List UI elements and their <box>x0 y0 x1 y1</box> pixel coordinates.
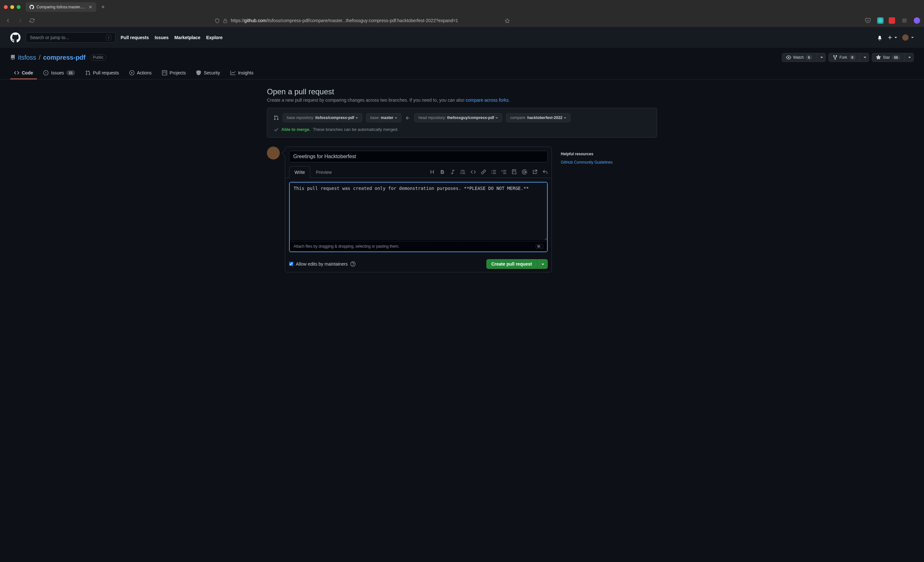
app-menu-icon[interactable] <box>900 16 909 25</box>
heading-icon[interactable] <box>430 169 435 174</box>
compare-branch-label: compare: <box>510 115 527 120</box>
user-menu[interactable] <box>902 34 914 41</box>
github-logo[interactable] <box>10 32 21 43</box>
tab-code-label: Code <box>22 70 33 75</box>
repo-icon <box>10 55 15 60</box>
create-pr-dropdown[interactable] <box>537 259 548 269</box>
tab-code[interactable]: Code <box>10 67 37 79</box>
watch-label: Watch <box>793 55 804 60</box>
user-avatar[interactable] <box>267 147 280 159</box>
head-repo-select[interactable]: head repository: thefossguy/compress-pdf <box>414 113 502 122</box>
tab-security[interactable]: Security <box>192 67 224 79</box>
browser-tab[interactable]: Comparing itsfoss:master...thef... ✕ <box>26 2 96 12</box>
tab-projects-label: Projects <box>170 70 186 75</box>
issues-count-badge: 21 <box>66 70 75 75</box>
create-new-dropdown[interactable] <box>887 35 897 40</box>
base-repo-select[interactable]: base repository: itsfoss/compress-pdf <box>283 113 362 122</box>
url-protocol: https:// <box>231 18 244 23</box>
star-button[interactable]: Star66 <box>872 53 904 62</box>
new-tab-button[interactable]: + <box>99 3 108 12</box>
tab-actions-label: Actions <box>137 70 152 75</box>
repo-owner-link[interactable]: itsfoss <box>18 54 36 61</box>
attach-hint[interactable]: Attach files by dragging & dropping, sel… <box>294 244 399 249</box>
url-path: /itsfoss/compress-pdf/compare/master...t… <box>266 18 458 23</box>
fork-button[interactable]: Fork9 <box>828 53 860 62</box>
bookmark-star-icon[interactable] <box>505 18 510 23</box>
repo-name-link[interactable]: compress-pdf <box>43 54 86 61</box>
help-icon[interactable] <box>350 261 356 267</box>
allow-edits-label[interactable]: Allow edits by maintainers <box>296 261 348 267</box>
comment-area: Attach files by dragging & dropping, sel… <box>289 182 548 252</box>
nav-pull-requests[interactable]: Pull requests <box>121 35 149 40</box>
task-list-icon[interactable] <box>512 169 517 174</box>
github-favicon <box>30 5 34 9</box>
search-placeholder: Search or jump to... <box>30 35 69 40</box>
shield-icon[interactable] <box>214 18 220 23</box>
tab-pulls-label: Pull requests <box>93 70 119 75</box>
nav-marketplace[interactable]: Marketplace <box>174 35 201 40</box>
tab-pull-requests[interactable]: Pull requests <box>81 67 123 79</box>
profile-icon[interactable] <box>914 17 920 24</box>
minimize-window[interactable] <box>10 5 14 9</box>
pr-form: Write Preview <box>285 147 552 272</box>
nav-explore[interactable]: Explore <box>206 35 222 40</box>
tab-insights[interactable]: Insights <box>226 67 257 79</box>
merge-status-strong: Able to merge. <box>281 127 310 132</box>
preview-tab[interactable]: Preview <box>310 166 337 178</box>
close-window[interactable] <box>4 5 8 9</box>
maximize-window[interactable] <box>16 5 21 9</box>
quote-icon[interactable] <box>460 169 465 174</box>
reference-icon[interactable] <box>532 169 537 174</box>
forward-button[interactable] <box>16 16 24 25</box>
compare-branch-value: hacktoberfest-2022 <box>528 115 562 120</box>
pocket-icon[interactable] <box>864 16 872 25</box>
page-title: Open a pull request <box>267 87 657 96</box>
git-compare-icon <box>274 115 279 120</box>
lock-icon[interactable] <box>223 18 228 23</box>
number-list-icon[interactable] <box>501 169 507 174</box>
italic-icon[interactable] <box>450 169 455 174</box>
pr-title-input[interactable] <box>289 151 548 162</box>
back-button[interactable] <box>4 16 12 25</box>
base-branch-select[interactable]: base: master <box>366 113 401 122</box>
reload-button[interactable] <box>28 16 36 24</box>
watch-button[interactable]: Watch6 <box>782 53 816 62</box>
code-icon[interactable] <box>471 169 476 174</box>
allow-edits-checkbox[interactable] <box>289 262 293 266</box>
fork-dropdown[interactable] <box>860 53 869 62</box>
base-branch-value: master <box>381 115 393 120</box>
subtitle-period: . <box>508 97 510 103</box>
tab-issues[interactable]: Issues21 <box>39 67 79 79</box>
community-guidelines-link[interactable]: GitHub Community Guidelines <box>561 160 612 165</box>
tab-insights-label: Insights <box>238 70 254 75</box>
search-input[interactable]: Search or jump to... / <box>26 32 116 43</box>
saved-reply-icon[interactable] <box>543 169 548 174</box>
nav-issues[interactable]: Issues <box>154 35 169 40</box>
bold-icon[interactable] <box>440 169 445 174</box>
close-tab-icon[interactable]: ✕ <box>88 5 92 9</box>
create-pr-button[interactable]: Create pull request <box>486 259 537 269</box>
link-icon[interactable] <box>481 169 486 174</box>
compare-branch-select[interactable]: compare: hacktoberfest-2022 <box>506 113 570 122</box>
base-repo-value: itsfoss/compress-pdf <box>315 115 354 120</box>
address-bar[interactable]: https://github.com/itsfoss/compress-pdf/… <box>231 18 501 23</box>
compare-forks-link[interactable]: compare across forks <box>465 97 508 103</box>
watch-dropdown[interactable] <box>816 53 826 62</box>
bullet-list-icon[interactable] <box>491 169 496 174</box>
star-dropdown[interactable] <box>904 53 914 62</box>
markdown-badge-icon[interactable]: M↓ <box>536 244 543 249</box>
search-hotkey-hint: / <box>106 34 111 40</box>
subtitle-text: Create a new pull request by comparing c… <box>267 97 465 103</box>
window-traffic-lights[interactable] <box>4 5 21 9</box>
notifications-icon[interactable] <box>877 34 882 40</box>
fork-count: 9 <box>849 55 856 60</box>
extension-globe-icon[interactable] <box>877 17 884 24</box>
compare-branches-box: base repository: itsfoss/compress-pdf ba… <box>267 108 657 138</box>
mention-icon[interactable] <box>522 169 527 174</box>
tab-actions[interactable]: Actions <box>126 67 156 79</box>
extension-red-icon[interactable] <box>889 17 895 24</box>
pr-body-textarea[interactable] <box>290 183 547 240</box>
tab-projects[interactable]: Projects <box>158 67 190 79</box>
avatar <box>902 34 909 41</box>
write-tab[interactable]: Write <box>289 166 310 178</box>
